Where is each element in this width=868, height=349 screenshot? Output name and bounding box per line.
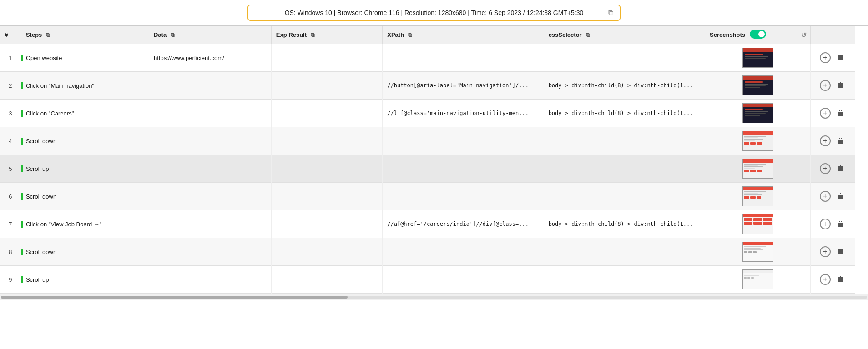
row-css-selector[interactable]	[544, 44, 705, 72]
col-resize-xpath[interactable]	[541, 26, 544, 44]
row-step[interactable]: Scroll down	[21, 183, 149, 210]
row-step[interactable]: Scroll down	[21, 127, 149, 155]
col-header-exp: Exp Result ⧉	[271, 26, 382, 44]
row-xpath[interactable]	[383, 155, 544, 183]
steps-copy-icon[interactable]: ⧉	[46, 32, 50, 38]
add-step-button[interactable]: +	[820, 219, 831, 229]
row-step[interactable]: Scroll down	[21, 238, 149, 266]
screenshots-toggle[interactable]	[750, 30, 766, 40]
xpath-copy-icon[interactable]: ⧉	[408, 32, 412, 38]
col-resize-steps[interactable]	[146, 26, 149, 44]
row-number: 9	[0, 266, 21, 294]
row-css-selector[interactable]	[544, 266, 705, 294]
row-data[interactable]: https://www.perficient.com/	[149, 44, 272, 72]
row-step[interactable]: Click on "Main navigation"	[21, 72, 149, 100]
row-xpath[interactable]: //button[@aria-label='Main navigation']/…	[383, 72, 544, 100]
table-row: 8Scroll down + 🗑	[0, 238, 855, 266]
toggle-track[interactable]	[750, 30, 766, 39]
row-data[interactable]	[149, 100, 272, 127]
add-step-button[interactable]: +	[820, 52, 831, 63]
steps-table-wrapper: # Steps ⧉ Data ⧉	[0, 25, 868, 300]
delete-step-button[interactable]: 🗑	[835, 52, 846, 63]
css-copy-icon[interactable]: ⧉	[586, 32, 590, 38]
col-header-steps: Steps ⧉	[21, 26, 149, 44]
col-resize-screenshots[interactable]	[808, 26, 810, 44]
exp-copy-icon[interactable]: ⧉	[311, 32, 315, 38]
col-header-css: cssSelector ⧉	[544, 26, 705, 44]
row-number: 5	[0, 155, 21, 183]
row-step[interactable]: Open website	[21, 44, 149, 72]
row-number: 2	[0, 72, 21, 100]
table-header-row: # Steps ⧉ Data ⧉	[0, 26, 855, 44]
row-actions: + 🗑	[811, 238, 855, 266]
row-xpath[interactable]	[383, 266, 544, 294]
row-xpath[interactable]: //li[@class='main-navigation-utility-men…	[383, 100, 544, 127]
row-exp-result[interactable]	[271, 266, 382, 294]
row-step[interactable]: Click on "Careers"	[21, 100, 149, 127]
row-css-selector[interactable]	[544, 127, 705, 155]
row-xpath[interactable]	[383, 183, 544, 210]
row-css-selector[interactable]	[544, 155, 705, 183]
row-exp-result[interactable]	[271, 238, 382, 266]
copy-icon[interactable]: ⧉	[608, 9, 613, 17]
col-resize-css[interactable]	[702, 26, 705, 44]
row-xpath[interactable]	[383, 127, 544, 155]
add-step-button[interactable]: +	[820, 163, 831, 174]
row-step[interactable]: Scroll up	[21, 155, 149, 183]
row-data[interactable]	[149, 72, 272, 100]
row-exp-result[interactable]	[271, 100, 382, 127]
delete-step-button[interactable]: 🗑	[835, 274, 846, 285]
row-data[interactable]	[149, 266, 272, 294]
scrollbar-track[interactable]	[1, 296, 867, 299]
row-data[interactable]	[149, 210, 272, 238]
delete-step-button[interactable]: 🗑	[835, 219, 846, 229]
row-css-selector[interactable]	[544, 238, 705, 266]
row-exp-result[interactable]	[271, 183, 382, 210]
delete-step-button[interactable]: 🗑	[835, 191, 846, 202]
row-data[interactable]	[149, 127, 272, 155]
delete-step-button[interactable]: 🗑	[835, 163, 846, 174]
row-data[interactable]	[149, 238, 272, 266]
scrollbar-thumb[interactable]	[1, 296, 348, 299]
row-xpath[interactable]	[383, 238, 544, 266]
row-step[interactable]: Click on "View Job Board →"	[21, 210, 149, 238]
row-exp-result[interactable]	[271, 155, 382, 183]
row-exp-result[interactable]	[271, 210, 382, 238]
row-exp-result[interactable]	[271, 127, 382, 155]
row-css-selector[interactable]: body > div:nth-child(8) > div:nth-child(…	[544, 210, 705, 238]
row-css-selector[interactable]	[544, 183, 705, 210]
step-text: Scroll down	[26, 249, 56, 255]
delete-step-button[interactable]: 🗑	[835, 80, 846, 91]
col-resize-data[interactable]	[269, 26, 271, 44]
screenshot-thumbnail	[742, 214, 773, 234]
screenshot-thumbnail	[742, 186, 773, 206]
table-row: 5Scroll up + 🗑	[0, 155, 855, 183]
horizontal-scrollbar[interactable]	[0, 294, 868, 300]
delete-step-button[interactable]: 🗑	[835, 246, 846, 257]
add-step-button[interactable]: +	[820, 108, 831, 119]
row-exp-result[interactable]	[271, 44, 382, 72]
toggle-thumb	[758, 31, 765, 37]
data-copy-icon[interactable]: ⧉	[171, 32, 175, 38]
row-exp-result[interactable]	[271, 72, 382, 100]
row-screenshot	[705, 127, 811, 155]
delete-step-button[interactable]: 🗑	[835, 135, 846, 146]
row-step[interactable]: Scroll up	[21, 266, 149, 294]
row-data[interactable]	[149, 183, 272, 210]
step-text: Scroll down	[26, 193, 56, 200]
delete-step-button[interactable]: 🗑	[835, 108, 846, 119]
row-xpath[interactable]: //a[@href='/careers/india']//div[@class=…	[383, 210, 544, 238]
col-resize-exp[interactable]	[380, 26, 382, 44]
add-step-button[interactable]: +	[820, 80, 831, 91]
refresh-icon[interactable]: ↺	[801, 31, 807, 39]
browser-info: Browser: Chrome 116	[337, 9, 399, 16]
row-data[interactable]	[149, 155, 272, 183]
add-step-button[interactable]: +	[820, 274, 831, 285]
row-css-selector[interactable]: body > div:nth-child(8) > div:nth-child(…	[544, 100, 705, 127]
add-step-button[interactable]: +	[820, 135, 831, 146]
row-css-selector[interactable]: body > div:nth-child(8) > div:nth-child(…	[544, 72, 705, 100]
add-step-button[interactable]: +	[820, 246, 831, 257]
step-text: Scroll down	[26, 138, 56, 145]
row-xpath[interactable]	[383, 44, 544, 72]
add-step-button[interactable]: +	[820, 191, 831, 202]
